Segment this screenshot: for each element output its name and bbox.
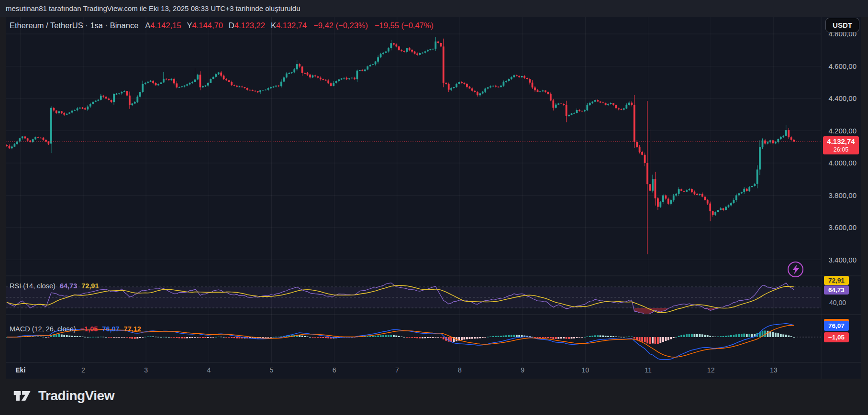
time-axis-label: 7 xyxy=(380,365,414,375)
time-axis-label: 12 xyxy=(694,365,728,375)
time-axis-label: 5 xyxy=(255,365,288,375)
tradingview-wordmark: TradingView xyxy=(38,388,114,404)
boost-lightning-button[interactable] xyxy=(788,262,803,277)
symbol-title[interactable]: Ethereum / TetherUS · 1sa · Binance xyxy=(10,21,138,30)
time-axis-label: 8 xyxy=(443,365,477,375)
time-axis-label: 6 xyxy=(318,365,351,375)
ohlc-item: Y4.144,70 xyxy=(187,21,223,30)
macd-label-value: 77,12 xyxy=(124,325,141,333)
macd-value-badge: 76,07 xyxy=(824,321,849,331)
time-axis-label: 9 xyxy=(506,365,539,375)
ohlc-item: A4.142,15 xyxy=(145,21,181,30)
tradingview-glyph-icon xyxy=(12,385,33,406)
currency-toggle-button[interactable]: USDT xyxy=(825,18,859,33)
macd-label-value: −1,05 xyxy=(80,325,98,333)
rsi-label-value: 72,91 xyxy=(81,282,99,290)
bottom-bar: TradingView xyxy=(0,379,868,415)
attribution-text: mesutinan81 tarafından TradingView.com i… xyxy=(6,4,300,12)
macd-label-values: −1,0576,0777,12 xyxy=(80,325,145,334)
time-axis-label: Eki xyxy=(4,365,37,375)
macd-label-value: 76,07 xyxy=(102,325,119,333)
ohlc-item: K4.132,74 xyxy=(271,21,307,30)
change-points: −19,55 (−0,47%) xyxy=(375,21,434,30)
tradingview-chart-screenshot: mesutinan81 tarafından TradingView.com i… xyxy=(0,0,868,415)
time-axis-label: 3 xyxy=(129,365,163,375)
rsi-label-text: RSI (14, close) xyxy=(10,282,56,291)
macd-indicator-label[interactable]: MACD (12, 26, close) −1,0576,0777,12 xyxy=(10,325,145,334)
rsi-value-badge: 64,73 xyxy=(824,285,849,295)
time-axis-label: 13 xyxy=(757,365,790,375)
last-price-value: 4.132,74 xyxy=(823,136,859,146)
time-axis-label: 10 xyxy=(568,365,602,375)
change-absolute: −9,42 (−0,23%) xyxy=(313,21,368,30)
price-scale-label: 4.000,00 xyxy=(785,159,857,167)
price-scale-label: 3.600,00 xyxy=(785,223,857,232)
macd-histogram-badge: −1,05 xyxy=(824,332,849,342)
time-axis-label: 2 xyxy=(67,365,100,375)
price-scale-label: 4.200,00 xyxy=(785,127,857,135)
ohlc-item: D4.123,22 xyxy=(229,21,265,30)
price-scale-label: 4.400,00 xyxy=(785,94,857,103)
macd-label-text: MACD (12, 26, close) xyxy=(10,325,76,334)
attribution-bar: mesutinan81 tarafından TradingView.com i… xyxy=(0,0,868,17)
rsi-ma-badge: 72,91 xyxy=(824,276,849,285)
chart-canvas[interactable] xyxy=(0,0,868,379)
price-scale-label: 3.800,00 xyxy=(785,191,857,200)
tradingview-logo[interactable]: TradingView xyxy=(12,385,114,406)
bar-countdown: 26:05 xyxy=(823,146,859,153)
time-axis-label: 11 xyxy=(632,365,665,375)
symbol-info-row: Ethereum / TetherUS · 1sa · Binance A4.1… xyxy=(10,20,434,31)
rsi-label-value: 64,73 xyxy=(60,282,77,290)
rsi-label-values: 64,7372,91 xyxy=(60,282,103,291)
ohlc-values: A4.142,15Y4.144,70D4.123,22K4.132,74 xyxy=(145,21,307,30)
time-axis-label: 4 xyxy=(192,365,225,375)
price-scale-label: 4.600,00 xyxy=(785,62,857,71)
rsi-indicator-label[interactable]: RSI (14, close) 64,7372,91 xyxy=(10,282,103,291)
lightning-icon xyxy=(791,264,801,275)
last-price-badge: 4.132,74 26:05 xyxy=(823,136,859,154)
rsi-scale-label: 40,00 xyxy=(789,298,846,307)
